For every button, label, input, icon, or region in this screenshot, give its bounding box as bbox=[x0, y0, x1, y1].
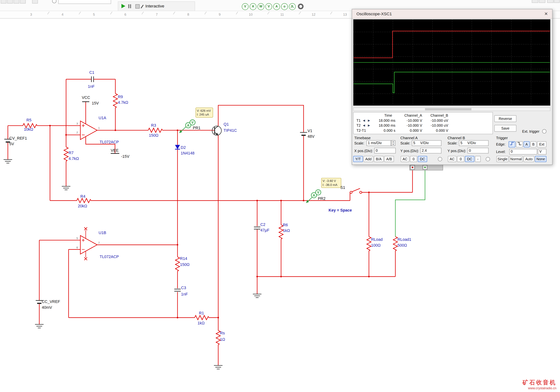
delta-channel-a-value: 0.000 V bbox=[397, 128, 422, 132]
capacitor-c1[interactable] bbox=[91, 76, 94, 82]
capacitor-c3[interactable] bbox=[174, 289, 180, 291]
channel-b-connector[interactable] bbox=[486, 157, 490, 161]
capacitor-c2[interactable] bbox=[254, 227, 260, 229]
channel-a-zero-button[interactable]: 0 bbox=[410, 156, 417, 162]
t1-channel-a-value: -10.000 V bbox=[397, 118, 422, 122]
resistor-r4[interactable] bbox=[77, 198, 91, 203]
run-simulation-button[interactable] bbox=[121, 4, 126, 8]
interactive-mode-label[interactable]: Interactive bbox=[145, 2, 164, 11]
pause-simulation-button[interactable] bbox=[128, 4, 129, 8]
trigger-auto-button[interactable]: Auto bbox=[524, 156, 534, 162]
battery-v1[interactable] bbox=[300, 132, 307, 135]
transistor-q1[interactable] bbox=[212, 126, 221, 135]
resistor-r3[interactable] bbox=[148, 128, 163, 132]
toolbar-icon-partial[interactable] bbox=[554, 0, 560, 3]
zoom-level-combobox[interactable] bbox=[58, 0, 111, 4]
pause-simulation-button[interactable] bbox=[130, 4, 131, 8]
mode-ba-button[interactable]: B/A bbox=[374, 156, 384, 162]
scope-scrollbar[interactable] bbox=[353, 108, 550, 111]
channel-b-dc-button[interactable]: DC bbox=[465, 156, 474, 162]
multisim-app: Interactive V A W V A o JL 3 4 5 6 7 8 9… bbox=[0, 0, 560, 392]
timebase-scale-spinner[interactable]: ▲ ▼ bbox=[391, 140, 395, 146]
label-r9-ref: R9 bbox=[118, 95, 123, 99]
probe-reference-icon[interactable]: o bbox=[281, 3, 288, 10]
channel-a-scale-input[interactable]: 5V/Div bbox=[412, 140, 441, 146]
probe-diff-voltage-icon[interactable]: V bbox=[265, 3, 272, 10]
t2-left-arrow-icon[interactable]: ◀ bbox=[363, 124, 365, 127]
trigger-level-input[interactable]: 0 bbox=[509, 149, 537, 155]
timebase-scale-input[interactable]: 1 ms/Div bbox=[367, 140, 391, 146]
zoom-magnifier-icon[interactable] bbox=[52, 0, 57, 3]
probe-current-arrow-icon[interactable]: A bbox=[273, 3, 280, 10]
t2-right-arrow-icon[interactable]: ▶ bbox=[368, 124, 370, 127]
resistor-r6[interactable] bbox=[279, 225, 283, 239]
t1-right-arrow-icon[interactable]: ▶ bbox=[368, 119, 370, 122]
channel-b-ac-button[interactable]: AC bbox=[448, 156, 456, 162]
resistor-r9[interactable] bbox=[113, 93, 118, 108]
resistor-r7[interactable] bbox=[64, 147, 68, 161]
resistor-rload1[interactable] bbox=[393, 237, 398, 251]
channel-b-section-title: Channel B bbox=[447, 136, 465, 140]
trigger-single-button[interactable]: Single bbox=[496, 156, 509, 162]
toolbar-icon-partial[interactable] bbox=[32, 0, 38, 4]
opamp-u1b[interactable] bbox=[80, 227, 97, 260]
trigger-a-button[interactable]: A bbox=[524, 141, 530, 147]
ruler-tick: 11 bbox=[280, 12, 284, 17]
mode-ab-button[interactable]: A/B bbox=[384, 156, 394, 162]
toolbar-icon-partial[interactable] bbox=[7, 0, 13, 4]
probe-digital-icon[interactable]: JL bbox=[289, 3, 296, 10]
probe-current-icon[interactable]: A bbox=[250, 3, 256, 10]
probe-power-icon[interactable]: W bbox=[258, 3, 264, 10]
ext-trigger-connector[interactable] bbox=[542, 129, 547, 134]
opamp-u1a[interactable] bbox=[80, 121, 97, 140]
trigger-falling-edge-button[interactable] bbox=[516, 141, 523, 147]
channel-a-connector[interactable] bbox=[438, 157, 442, 161]
channel-a-ac-button[interactable]: AC bbox=[401, 156, 409, 162]
trigger-rising-edge-button[interactable] bbox=[509, 141, 515, 147]
spinner-down-icon[interactable]: ▼ bbox=[392, 143, 394, 145]
mode-yt-button[interactable]: Y/T bbox=[353, 156, 363, 162]
scope-scrollbar-thumb[interactable] bbox=[425, 108, 471, 110]
timebase-xpos-input[interactable]: 0 bbox=[374, 148, 396, 153]
channel-b-scale-input[interactable]: 5V/Div bbox=[459, 140, 489, 146]
trigger-none-button[interactable]: None bbox=[535, 156, 547, 162]
toolbar-icon-partial[interactable] bbox=[1, 0, 6, 4]
label-r3-ref: R3 bbox=[151, 123, 156, 127]
toolbar-icon-partial[interactable] bbox=[532, 0, 538, 3]
label-cvref1-val: 5V bbox=[9, 142, 14, 146]
resistor-r1[interactable] bbox=[195, 315, 209, 320]
circuit-wires-green[interactable] bbox=[395, 170, 425, 237]
channel-a-dc-button[interactable]: DC bbox=[418, 156, 427, 162]
resistor-r14[interactable] bbox=[175, 257, 180, 271]
channel-a-ypos-input[interactable]: 2.4 bbox=[420, 148, 441, 153]
mode-add-button[interactable]: Add bbox=[364, 156, 373, 162]
save-button[interactable]: Save bbox=[494, 125, 517, 132]
trigger-ext-button[interactable]: Ext bbox=[537, 141, 546, 147]
probe-settings-gear-icon[interactable] bbox=[298, 4, 304, 9]
spinner-up-icon[interactable]: ▲ bbox=[392, 141, 394, 143]
diode-d2[interactable] bbox=[175, 145, 180, 149]
label-rload-ref: RLoad bbox=[371, 237, 383, 242]
resistor-rload[interactable] bbox=[367, 237, 371, 251]
label-rs-ref: Rs bbox=[220, 331, 225, 335]
t1-left-arrow-icon[interactable]: ◀ bbox=[363, 119, 365, 122]
probe-voltage-icon[interactable]: V bbox=[242, 3, 249, 10]
close-icon[interactable]: × bbox=[542, 9, 550, 19]
toolbar-icon-partial[interactable] bbox=[14, 0, 19, 4]
stop-simulation-button[interactable] bbox=[135, 4, 140, 9]
channel-b-minus-button[interactable]: - bbox=[475, 156, 481, 162]
trigger-b-button[interactable]: B bbox=[530, 141, 536, 147]
trigger-normal-button[interactable]: Normal bbox=[509, 156, 523, 162]
label-vee-val: -15V bbox=[121, 154, 130, 159]
reverse-button[interactable]: Reverse bbox=[494, 115, 517, 122]
switch-s1[interactable] bbox=[350, 188, 362, 193]
toolbar-icon-partial[interactable] bbox=[20, 0, 26, 4]
channel-b-ypos-input[interactable]: 0 bbox=[467, 148, 489, 153]
channel-b-zero-button[interactable]: 0 bbox=[457, 156, 464, 162]
toolbar-icon-partial[interactable] bbox=[547, 0, 553, 3]
resistor-rs[interactable] bbox=[216, 330, 220, 345]
oscilloscope-titlebar[interactable]: Oscilloscope-XSC1 bbox=[352, 9, 552, 19]
cursor-t1-label: T1 bbox=[357, 118, 361, 122]
timebase-section-title: Timebase bbox=[354, 136, 371, 140]
toolbar-icon-partial[interactable] bbox=[539, 0, 545, 3]
